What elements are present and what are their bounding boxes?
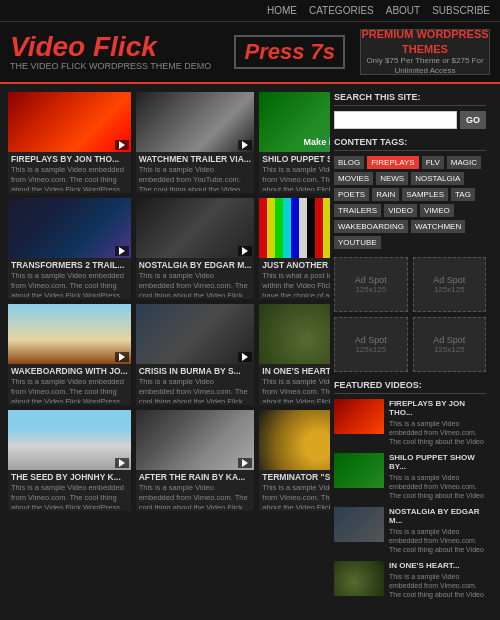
featured-list: FIREPLAYS BY JON THO... This is a sample… xyxy=(334,399,486,600)
video-info: THE SEED BY JOHNHY K... This is a sample… xyxy=(8,470,131,511)
video-info: WAKEBOARDING WITH JO... This is a sample… xyxy=(8,364,131,405)
tag-item[interactable]: VIMEO xyxy=(420,204,454,217)
tag-item[interactable]: POETS xyxy=(334,188,369,201)
video-title: THE SEED BY JOHNHY K... xyxy=(11,472,128,482)
tag-item[interactable]: WAKEBOARDING xyxy=(334,220,408,233)
video-title: SHILO PUPPET SHOW BY... xyxy=(262,154,330,164)
search-button[interactable]: GO xyxy=(460,111,486,129)
ad-spot-size: 125x125 xyxy=(434,345,465,354)
featured-item[interactable]: FIREPLAYS BY JON THO... This is a sample… xyxy=(334,399,486,447)
video-card[interactable]: CRISIS IN BURMA BY S... This is a sample… xyxy=(136,304,255,405)
video-thumb xyxy=(259,304,330,364)
featured-info: FIREPLAYS BY JON THO... This is a sample… xyxy=(389,399,486,447)
featured-info: IN ONE'S HEART... This is a sample Video… xyxy=(389,561,486,600)
tag-item[interactable]: NOSTALGIA xyxy=(411,172,464,185)
featured-info: NOSTALGIA BY EDGAR M... This is a sample… xyxy=(389,507,486,555)
nav-categories[interactable]: CATEGORIES xyxy=(309,5,374,16)
tag-item[interactable]: YOUTUBE xyxy=(334,236,381,249)
ad-spot-size: 125x125 xyxy=(434,285,465,294)
featured-thumb xyxy=(334,507,384,542)
tag-item[interactable]: BLOG xyxy=(334,156,364,169)
video-card[interactable]: AFTER THE RAIN BY KA... This is a sample… xyxy=(136,410,255,511)
ad-spot-label: Ad Spot xyxy=(355,275,387,285)
video-info: AFTER THE RAIN BY KA... This is a sample… xyxy=(136,470,255,511)
video-title: TRANSFORMERS 2 TRAIL... xyxy=(11,260,128,270)
video-thumb xyxy=(8,304,131,364)
press7-badge: Press 7s xyxy=(234,35,345,69)
tagline: THE VIDEO FLICK WORDPRESS THEME DEMO xyxy=(10,61,219,71)
tags-section: CONTENT TAGS: BLOGFIREPLAYSFLVMAGICMOVIE… xyxy=(334,137,486,249)
video-card[interactable]: FIREPLAYS BY JON THO... This is a sample… xyxy=(8,92,131,193)
video-thumb xyxy=(259,198,330,258)
video-card[interactable]: NOSTALGIA BY EDGAR M... This is a sample… xyxy=(136,198,255,299)
tag-item[interactable]: SAMPLES xyxy=(402,188,448,201)
video-desc: This is a sample Video embedded from Vim… xyxy=(11,483,128,509)
ad-spot-size: 125x125 xyxy=(355,345,386,354)
ad-spot[interactable]: Ad Spot125x125 xyxy=(334,317,408,372)
featured-item[interactable]: SHILO PUPPET SHOW BY... This is a sample… xyxy=(334,453,486,501)
video-thumb xyxy=(136,92,255,152)
sidebar: SEARCH THIS SITE: GO CONTENT TAGS: BLOGF… xyxy=(330,84,492,620)
tag-item[interactable]: NEWS xyxy=(376,172,408,185)
play-icon xyxy=(242,247,248,255)
header-ad[interactable]: PREMIUM WORDPRESS THEMES Only $75 Per Th… xyxy=(360,29,490,75)
featured-title: FEATURED VIDEOS: xyxy=(334,380,486,394)
tag-item[interactable]: WATCHMEN xyxy=(411,220,465,233)
nav-home[interactable]: HOME xyxy=(267,5,297,16)
video-thumb xyxy=(136,304,255,364)
play-overlay xyxy=(115,140,129,150)
video-thumb xyxy=(8,92,131,152)
tag-item[interactable]: FLV xyxy=(422,156,444,169)
site-title-highlight: Flick xyxy=(93,31,157,62)
play-icon xyxy=(119,141,125,149)
site-title: Video Flick xyxy=(10,33,219,61)
video-card[interactable]: TERMINATOR "SA... This is a sample Video… xyxy=(259,410,330,511)
play-icon xyxy=(242,459,248,467)
featured-item-title: IN ONE'S HEART... xyxy=(389,561,486,570)
tag-item[interactable]: VIDEO xyxy=(384,204,417,217)
video-card[interactable]: SHILO PUPPET SHOW BY... This is a sample… xyxy=(259,92,330,193)
video-desc: This is a sample Video embedded from Vim… xyxy=(262,377,330,403)
video-title: NOSTALGIA BY EDGAR M... xyxy=(139,260,252,270)
video-desc: This is a sample Video embedded from Vim… xyxy=(262,165,330,191)
video-card[interactable]: THE SEED BY JOHNHY K... This is a sample… xyxy=(8,410,131,511)
video-thumb xyxy=(8,410,131,470)
nav-subscribe[interactable]: SUBSCRIBE xyxy=(432,5,490,16)
video-info: SHILO PUPPET SHOW BY... This is a sample… xyxy=(259,152,330,193)
featured-item[interactable]: NOSTALGIA BY EDGAR M... This is a sample… xyxy=(334,507,486,555)
video-title: WATCHMEN TRAILER VIA... xyxy=(139,154,252,164)
search-input[interactable] xyxy=(334,111,457,129)
search-section-title: SEARCH THIS SITE: xyxy=(334,92,486,106)
play-overlay xyxy=(115,458,129,468)
nav-about[interactable]: ABOUT xyxy=(386,5,420,16)
video-thumb xyxy=(136,198,255,258)
video-card[interactable]: WAKEBOARDING WITH JO... This is a sample… xyxy=(8,304,131,405)
video-card[interactable]: JUST ANOTHER SAMPLE ... This is what a p… xyxy=(259,198,330,299)
featured-item-title: NOSTALGIA BY EDGAR M... xyxy=(389,507,486,525)
tag-item[interactable]: RAIN xyxy=(372,188,399,201)
ad-spot[interactable]: Ad Spot125x125 xyxy=(334,257,408,312)
tag-item[interactable]: MAGIC xyxy=(447,156,481,169)
ad-spot[interactable]: Ad Spot125x125 xyxy=(413,317,487,372)
video-title: JUST ANOTHER SAMPLE ... xyxy=(262,260,330,270)
header-ad-sub: Only $75 Per Theme or $275 For Unlimited… xyxy=(361,56,489,77)
featured-item[interactable]: IN ONE'S HEART... This is a sample Video… xyxy=(334,561,486,600)
featured-thumb xyxy=(334,561,384,596)
video-card[interactable]: WATCHMEN TRAILER VIA... This is a sample… xyxy=(136,92,255,193)
ad-spot[interactable]: Ad Spot125x125 xyxy=(413,257,487,312)
video-card[interactable]: TRANSFORMERS 2 TRAIL... This is a sample… xyxy=(8,198,131,299)
content-area: FIREPLAYS BY JON THO... This is a sample… xyxy=(0,84,330,620)
video-info: JUST ANOTHER SAMPLE ... This is what a p… xyxy=(259,258,330,299)
video-card[interactable]: IN ONE'S HEART... This is a sample Video… xyxy=(259,304,330,405)
header-ad-title: PREMIUM WORDPRESS THEMES xyxy=(361,27,489,56)
tag-item[interactable]: MOVIES xyxy=(334,172,373,185)
video-thumb xyxy=(259,410,330,470)
video-desc: This is a sample Video embedded from Vim… xyxy=(139,483,252,509)
tag-item[interactable]: FIREPLAYS xyxy=(367,156,418,169)
featured-item-desc: This is a sample Video embedded from Vim… xyxy=(389,527,486,555)
tag-item[interactable]: TAG xyxy=(451,188,475,201)
play-overlay xyxy=(115,352,129,362)
video-desc: This is a sample Video embedded from Vim… xyxy=(11,165,128,191)
ad-spot-label: Ad Spot xyxy=(355,335,387,345)
tag-item[interactable]: TRAILERS xyxy=(334,204,381,217)
